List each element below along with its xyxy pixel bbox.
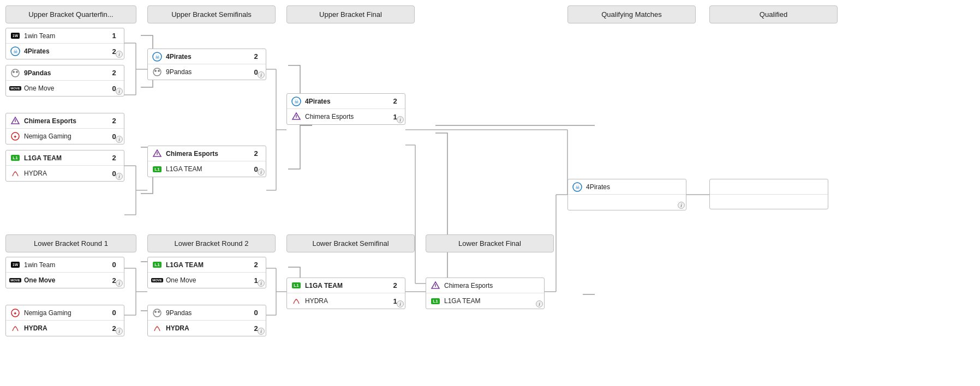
- ubq4-box: L1 L1GA TEAM 2 HYDRA 0 i: [5, 150, 124, 182]
- ubq1-match: 1W 1win Team 1 ☠ 4Pirates 2 i: [5, 28, 136, 59]
- svg-text:☠: ☠: [294, 99, 299, 105]
- hydra-icon-lbr2: [151, 322, 163, 334]
- 4pirates-icon-ubs1: ☠: [151, 51, 163, 63]
- lbr2-2-team1-name: 9Pandas: [166, 309, 249, 317]
- col-ubf: Upper Bracket Final ☠ 4Pirates 2 Chimera…: [286, 5, 415, 125]
- lbsf1-team1-name: L1GA TEAM: [305, 282, 389, 290]
- ubq4-team1-score: 2: [110, 154, 118, 162]
- col-qm: Qualifying Matches ☠ 4Pirates i: [567, 5, 696, 210]
- ubq2-info-btn[interactable]: i: [116, 88, 123, 95]
- chimera-icon-ubq3: [9, 115, 21, 127]
- l1ga-icon-lbr2-1: L1: [151, 259, 163, 271]
- ubs2-info-btn[interactable]: i: [258, 168, 265, 176]
- lbr1-1-match: 1W 1win Team 0 MOVE One Move 2 i: [5, 257, 136, 288]
- lbr1-2-box: ✦ Nemiga Gaming 0 HYDRA 2 i: [5, 305, 124, 336]
- lbr1-1-team1-row: 1W 1win Team 0: [6, 257, 124, 273]
- lbsf1-team2-name: HYDRA: [305, 297, 389, 305]
- ubq3-match: Chimera Esports 2 ✦ Nemiga Gaming 0 i: [5, 113, 136, 144]
- qm-header: Qualifying Matches: [567, 5, 696, 23]
- col-ubs: Upper Bracket Semifinals ☠ 4Pirates 2 9P…: [147, 5, 276, 177]
- qm1-info-btn[interactable]: i: [678, 202, 685, 209]
- ubq2-team1-score: 2: [110, 69, 118, 77]
- 1win-icon: 1W: [9, 30, 21, 42]
- onemove-icon-ubq2: MOVE: [9, 82, 21, 94]
- svg-point-12: [154, 70, 157, 72]
- ubf1-match: ☠ 4Pirates 2 Chimera Esports 1 i: [286, 93, 415, 125]
- ubq1-box: 1W 1win Team 1 ☠ 4Pirates 2 i: [5, 28, 124, 59]
- lbr2-1-team2-row: MOVE One Move 1 i: [148, 273, 266, 288]
- svg-point-4: [16, 71, 18, 73]
- lbr2-2-team2-name: HYDRA: [166, 324, 249, 332]
- ubf1-team1-name: 4Pirates: [305, 98, 389, 105]
- lbsf-header: Lower Bracket Semifinal: [286, 234, 415, 252]
- ubs1-team1-name: 4Pirates: [166, 53, 249, 61]
- lbr1-2-info-btn[interactable]: i: [116, 328, 123, 335]
- qm1-team1-row: ☠ 4Pirates: [568, 179, 686, 195]
- lbsf1-info-btn[interactable]: i: [397, 300, 404, 307]
- ubq3-team1-name: Chimera Esports: [24, 117, 107, 125]
- ubq1-team2-name: 4Pirates: [24, 47, 107, 55]
- ubq1-info-btn[interactable]: i: [116, 51, 123, 58]
- lbr2-1-info-btn[interactable]: i: [258, 280, 265, 287]
- lbr1-2-team1-score: 0: [110, 309, 118, 317]
- lbr1-1-team2-row: MOVE One Move 2 i: [6, 273, 124, 288]
- ubq4-info-btn[interactable]: i: [116, 173, 123, 180]
- ubq2-box: 9Pandas 2 MOVE One Move 0 i: [5, 65, 124, 96]
- lbr2-1-box: L1 L1GA TEAM 2 MOVE One Move 1 i: [147, 257, 266, 288]
- ubs2-box: Chimera Esports 2 L1 L1GA TEAM 0 i: [147, 146, 266, 177]
- lbr1-2-team2-row: HYDRA 2 i: [6, 321, 124, 336]
- lbr1-2-team1-row: ✦ Nemiga Gaming 0: [6, 305, 124, 321]
- ubs1-team1-score: 2: [252, 52, 260, 61]
- hydra-icon-lbsf: [290, 295, 302, 307]
- qm-label: Qualifying Matches: [601, 10, 662, 19]
- 9pandas-icon-lbr2: [151, 307, 163, 319]
- ubq2-match: 9Pandas 2 MOVE One Move 0 i: [5, 65, 136, 96]
- lbf1-info-btn[interactable]: i: [536, 300, 543, 307]
- 4pirates-icon-ubf1: ☠: [290, 95, 302, 107]
- lbr2-1-team2-name: One Move: [166, 276, 249, 284]
- lbsf1-match: L1 L1GA TEAM 2 HYDRA 1 i: [286, 278, 415, 309]
- ubq-label: Upper Bracket Quarterfin...: [28, 10, 113, 19]
- ubs1-team1-row: ☠ 4Pirates 2: [148, 49, 266, 64]
- lbsf1-team1-row: L1 L1GA TEAM 2: [287, 278, 405, 293]
- ubs1-info-btn[interactable]: i: [258, 71, 265, 79]
- ubs2-team2-row: L1 L1GA TEAM 0 i: [148, 161, 266, 177]
- ubq3-team2-name: Nemiga Gaming: [24, 132, 107, 140]
- 9pandas-icon-ubs1: [151, 66, 163, 78]
- qual-label: Qualified: [760, 10, 787, 19]
- lbr1-1-team2-name: One Move: [24, 276, 107, 284]
- lbr1-1-team1-score: 0: [110, 261, 118, 269]
- ubf-header: Upper Bracket Final: [286, 5, 415, 23]
- qm1-match: ☠ 4Pirates i: [567, 179, 696, 210]
- ubq3-info-btn[interactable]: i: [116, 136, 123, 143]
- ubs2-team1-name: Chimera Esports: [166, 150, 249, 158]
- ubq1-team1-score: 1: [110, 32, 118, 40]
- lbsf1-team1-score: 2: [391, 281, 399, 290]
- lbf1-box: Chimera Esports L1 L1GA TEAM i: [426, 278, 545, 309]
- ubq2-team1-name: 9Pandas: [24, 69, 107, 77]
- hydra-icon-ubq4: [9, 167, 21, 179]
- lbr1-1-info-btn[interactable]: i: [116, 280, 123, 287]
- ubq2-team2-row: MOVE One Move 0 i: [6, 81, 124, 96]
- lbr2-2-team1-score: 0: [252, 309, 260, 317]
- qm1-team1-name: 4Pirates: [586, 183, 670, 191]
- ubf1-team2-name: Chimera Esports: [305, 113, 389, 120]
- chimera-icon-ubs2: [151, 148, 163, 160]
- lbr2-2-info-btn[interactable]: i: [258, 328, 265, 335]
- lbr2-1-team1-name: L1GA TEAM: [166, 261, 249, 269]
- nemiga-icon-lbr1: ✦: [9, 307, 21, 319]
- lbr1-2-match: ✦ Nemiga Gaming 0 HYDRA 2 i: [5, 305, 136, 336]
- lbsf1-box: L1 L1GA TEAM 2 HYDRA 1 i: [286, 278, 405, 309]
- lbr1-2-team2-name: HYDRA: [24, 324, 107, 332]
- ubs1-match: ☠ 4Pirates 2 9Pandas 0 i: [147, 49, 276, 80]
- ubq4-match: L1 L1GA TEAM 2 HYDRA 0 i: [5, 150, 136, 182]
- qual-header: Qualified: [709, 5, 838, 23]
- qm1-box: ☠ 4Pirates i: [567, 179, 686, 210]
- lbr2-label: Lower Bracket Round 2: [175, 239, 249, 248]
- col-lbr2: Lower Bracket Round 2 L1 L1GA TEAM 2 MOV…: [147, 234, 276, 336]
- lbf1-team1-row: Chimera Esports: [426, 278, 544, 293]
- ubq4-team1-row: L1 L1GA TEAM 2: [6, 150, 124, 166]
- ubf1-info-btn[interactable]: i: [397, 116, 404, 123]
- lbr2-1-team1-score: 2: [252, 261, 260, 269]
- ubf1-team1-row: ☠ 4Pirates 2: [287, 94, 405, 109]
